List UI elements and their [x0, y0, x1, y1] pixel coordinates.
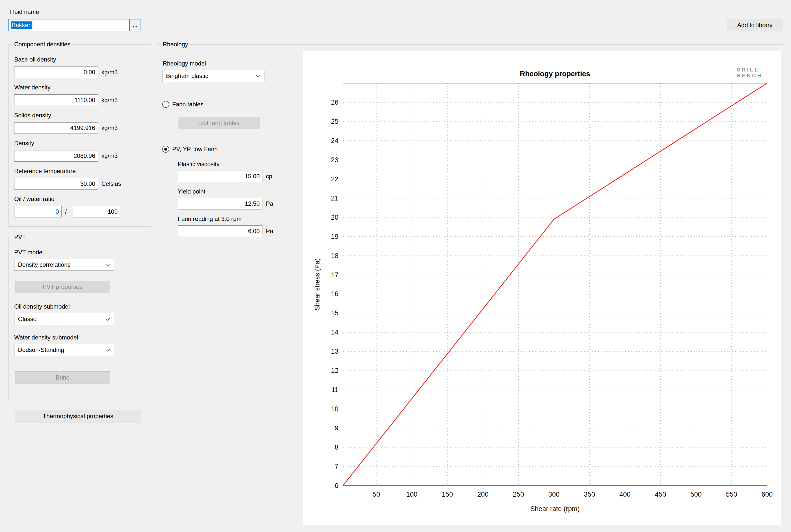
- fann-reading-label: Fann reading at 3.0 rpm: [178, 215, 241, 223]
- svg-text:20: 20: [331, 214, 338, 221]
- solids-density-label: Solids density: [14, 112, 51, 119]
- pvt-model-label: PVT model: [14, 249, 43, 256]
- rheology-model-select[interactable]: Bingham plastic: [162, 70, 264, 82]
- water-ratio-input[interactable]: [73, 206, 121, 217]
- svg-text:10: 10: [331, 405, 338, 413]
- svg-text:8: 8: [335, 443, 338, 451]
- svg-text:16: 16: [331, 290, 338, 298]
- rheology-model-value: Bingham plastic: [166, 73, 208, 79]
- svg-text:13: 13: [331, 348, 338, 355]
- density-input[interactable]: [14, 150, 98, 162]
- yield-point-label: Yield point: [178, 188, 205, 195]
- solids-density-unit: kg/m3: [102, 122, 117, 134]
- svg-text:26: 26: [331, 99, 338, 106]
- pvt-title: PVT: [12, 234, 28, 241]
- svg-text:150: 150: [442, 491, 453, 498]
- svg-text:500: 500: [690, 491, 701, 498]
- water-density-input[interactable]: [14, 94, 98, 106]
- svg-text:15: 15: [331, 309, 338, 317]
- svg-text:19: 19: [331, 233, 338, 240]
- edit-fann-tables-button: Edit fann tables: [178, 117, 260, 129]
- pvt-model-select[interactable]: Density correlations: [14, 259, 114, 271]
- svg-text:100: 100: [406, 491, 418, 498]
- rheology-chart: 6789101112131415161718192021222324252650…: [303, 51, 781, 525]
- oil-density-submodel-select[interactable]: Glasso: [14, 313, 114, 325]
- pv-yp-low-fann-radio-label: PV, YP, low Fann: [172, 146, 218, 153]
- component-densities-title: Component densities: [12, 41, 72, 48]
- water-density-unit: kg/m3: [102, 94, 117, 106]
- reference-temperature-unit: Celsius: [102, 178, 121, 190]
- svg-text:Shear rate (rpm): Shear rate (rpm): [530, 505, 580, 513]
- water-density-label: Water density: [14, 84, 51, 91]
- fluid-name-selected-text: Bakken: [11, 21, 32, 29]
- svg-text:Shear stress (Pa): Shear stress (Pa): [313, 258, 321, 310]
- fluid-name-text[interactable]: Bakken: [9, 19, 129, 31]
- svg-text:350: 350: [584, 491, 595, 498]
- svg-text:21: 21: [331, 194, 338, 202]
- component-densities-group: Component densities Base oil density kg/…: [8, 44, 151, 227]
- fluid-name-input[interactable]: Bakken ...: [8, 19, 141, 31]
- svg-text:11: 11: [331, 386, 338, 394]
- svg-text:14: 14: [331, 328, 338, 336]
- svg-text:300: 300: [548, 491, 559, 498]
- chevron-down-icon: [106, 317, 110, 321]
- svg-text:23: 23: [331, 156, 338, 164]
- add-to-library-button[interactable]: Add to library: [727, 19, 783, 31]
- radio-checked-icon: [162, 146, 169, 153]
- plastic-viscosity-label: Plastic viscosity: [178, 160, 220, 168]
- svg-text:25: 25: [331, 118, 338, 125]
- svg-text:24: 24: [331, 137, 338, 145]
- fann-reading-input[interactable]: [178, 225, 262, 237]
- oil-water-ratio-label: Oil / water ratio: [14, 195, 54, 203]
- thermophysical-properties-button[interactable]: Thermophysical properties: [15, 410, 141, 422]
- chevron-down-icon: [256, 74, 260, 78]
- base-oil-density-unit: kg/m3: [102, 66, 117, 78]
- fann-tables-radio[interactable]: Fann tables: [162, 101, 203, 108]
- yield-point-input[interactable]: [178, 198, 262, 209]
- brine-button: Brine: [15, 372, 110, 384]
- ratio-separator: /: [65, 206, 67, 217]
- chevron-down-icon: [106, 347, 110, 352]
- svg-text:250: 250: [513, 491, 524, 498]
- plastic-viscosity-unit: cp: [266, 171, 272, 182]
- base-oil-density-label: Base oil density: [14, 56, 56, 63]
- pvt-properties-button: PVT properties: [15, 281, 110, 293]
- water-density-submodel-select[interactable]: Dodson-Standing: [14, 344, 114, 356]
- solids-density-input[interactable]: [14, 122, 98, 134]
- fann-tables-radio-label: Fann tables: [172, 101, 203, 108]
- browse-fluid-button[interactable]: ...: [129, 19, 141, 31]
- fann-reading-unit: Pa: [266, 225, 273, 237]
- oil-density-submodel-label: Oil density submodel: [14, 303, 70, 310]
- water-density-submodel-value: Dodson-Standing: [18, 346, 64, 354]
- svg-text:50: 50: [372, 491, 380, 498]
- radio-unchecked-icon: [162, 101, 169, 108]
- svg-text:450: 450: [655, 491, 666, 498]
- fluid-name-label: Fluid name: [10, 8, 39, 16]
- svg-text:17: 17: [331, 271, 338, 279]
- oil-ratio-input[interactable]: [14, 206, 61, 217]
- reference-temperature-input[interactable]: [14, 178, 98, 190]
- density-unit: kg/m3: [102, 150, 117, 162]
- oil-density-submodel-value: Glasso: [18, 316, 37, 323]
- svg-text:400: 400: [619, 491, 630, 498]
- plastic-viscosity-input[interactable]: [178, 171, 262, 182]
- density-label: Density: [14, 140, 34, 147]
- rheology-model-label: Rheology model: [163, 60, 206, 67]
- svg-text:7: 7: [335, 463, 338, 470]
- svg-text:600: 600: [761, 491, 773, 498]
- rheology-chart-panel: Rheology properties DRILL' BENCH 6789101…: [303, 51, 781, 525]
- svg-text:22: 22: [331, 175, 338, 183]
- svg-text:18: 18: [331, 252, 338, 260]
- reference-temperature-label: Reference temperature: [14, 168, 76, 175]
- pvt-model-value: Density correlations: [18, 261, 71, 268]
- svg-text:9: 9: [335, 424, 338, 432]
- base-oil-density-input[interactable]: [14, 66, 98, 78]
- pvt-group: PVT PVT model Density correlations PVT p…: [8, 237, 151, 400]
- svg-text:550: 550: [726, 491, 737, 498]
- pv-yp-low-fann-radio[interactable]: PV, YP, low Fann: [162, 146, 218, 153]
- chevron-down-icon: [106, 262, 110, 266]
- svg-text:6: 6: [335, 482, 338, 489]
- water-density-submodel-label: Water density submodel: [14, 334, 78, 341]
- svg-text:200: 200: [477, 491, 489, 498]
- yield-point-unit: Pa: [266, 198, 273, 209]
